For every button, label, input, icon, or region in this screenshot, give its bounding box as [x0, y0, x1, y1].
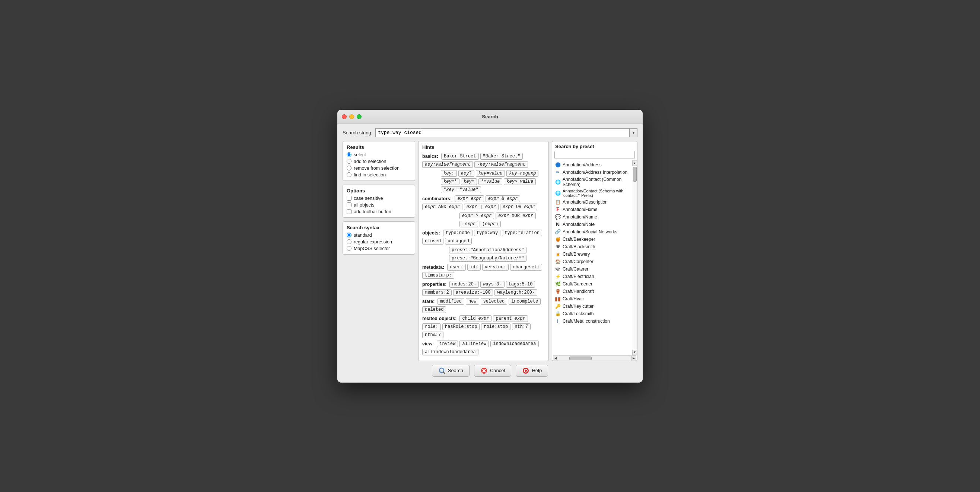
- chip-expr-or-expr[interactable]: expr OR expr: [500, 203, 537, 210]
- radio-remove-selection[interactable]: remove from selection: [347, 166, 411, 171]
- chip-star-equals-value[interactable]: *=value: [479, 178, 502, 185]
- chip-paren-expr[interactable]: (expr): [480, 221, 501, 227]
- chip-baker-street-quoted[interactable]: "Baker Street": [480, 153, 523, 160]
- checkbox-case-sensitive[interactable]: case sensitive: [347, 196, 411, 201]
- preset-search-input[interactable]: [554, 151, 635, 159]
- preset-item-social[interactable]: 🔗 Annotation/Social Networks: [554, 228, 630, 236]
- preset-item-description[interactable]: 📋 Annotation/Description: [554, 198, 630, 206]
- chip-nth-pct-7[interactable]: nth%:7: [422, 332, 444, 338]
- chip-key-tilde-regexp[interactable]: key~regexp: [506, 170, 538, 177]
- chip-neg-key-value-fragment[interactable]: -key:valuefragment: [474, 161, 528, 168]
- preset-item-locksmith[interactable]: 🔒 Craft/Locksmith: [554, 310, 630, 317]
- chip-id[interactable]: id:: [467, 264, 481, 271]
- preset-item-blacksmith[interactable]: ⚒ Craft/Blacksmith: [554, 243, 630, 251]
- chip-nodes[interactable]: nodes:20-: [449, 281, 479, 288]
- chip-expr-and-expr[interactable]: expr AND expr: [422, 203, 463, 210]
- chip-expr-amp-expr[interactable]: expr & expr: [485, 195, 520, 202]
- chip-role[interactable]: role:: [422, 324, 441, 330]
- search-button[interactable]: Search: [432, 365, 469, 377]
- chip-closed[interactable]: closed: [422, 238, 444, 244]
- checkbox-toolbar[interactable]: add toolbar button: [347, 209, 411, 214]
- chip-expr-pipe-expr[interactable]: expr | expr: [464, 203, 499, 210]
- chip-neg-expr[interactable]: -expr: [460, 221, 478, 227]
- chip-expr-xor-expr[interactable]: expr XOR expr: [496, 213, 536, 219]
- chip-indownloadedarea[interactable]: indownloadedarea: [490, 341, 538, 347]
- preset-item-fixme[interactable]: F Annotation/Fixme: [554, 206, 630, 213]
- maximize-button[interactable]: [357, 114, 361, 119]
- chip-type-relation[interactable]: type:relation: [502, 230, 542, 236]
- preset-item-note[interactable]: N Annotation/Note: [554, 221, 630, 228]
- radio-mapcss[interactable]: MapCSS selector: [347, 246, 411, 251]
- search-dropdown-button[interactable]: ▾: [629, 129, 638, 137]
- cancel-button[interactable]: Cancel: [474, 365, 511, 377]
- chip-deleted[interactable]: deleted: [422, 306, 446, 313]
- chip-key-value-fragment[interactable]: key:valuefragment: [422, 161, 473, 168]
- scroll-down-arrow[interactable]: ▼: [632, 350, 637, 355]
- chip-tags[interactable]: tags:5-10: [506, 281, 535, 288]
- chip-role-stop[interactable]: role:stop: [481, 324, 511, 330]
- minimize-button[interactable]: [349, 114, 354, 119]
- chip-modified[interactable]: modified: [438, 298, 464, 305]
- preset-item-name[interactable]: 💬 Annotation/Name: [554, 213, 630, 221]
- chip-members[interactable]: members:2: [422, 289, 452, 296]
- chip-key-equals[interactable]: key=: [461, 178, 477, 185]
- chip-user[interactable]: user:: [447, 264, 466, 271]
- preset-item-beekeeper[interactable]: 🍯 Craft/Beekeeper: [554, 236, 630, 243]
- chip-changeset[interactable]: changeset:: [510, 264, 542, 271]
- hscroll-thumb[interactable]: [569, 357, 592, 360]
- chip-nth-7[interactable]: nth:7: [512, 324, 531, 330]
- chip-expr-expr[interactable]: expr expr: [455, 195, 484, 202]
- preset-item-address-interpolation[interactable]: ✏ Annotation/Address Interpolation: [554, 168, 630, 176]
- preset-item-brewery[interactable]: 🍺 Craft/Brewery: [554, 251, 630, 258]
- preset-item-electrician[interactable]: ⚡ Craft/Electrician: [554, 273, 630, 280]
- radio-add-selection[interactable]: add to selection: [347, 159, 411, 164]
- search-input[interactable]: [375, 129, 629, 137]
- chip-areasize[interactable]: areasize:-100: [453, 289, 493, 296]
- chip-preset-geography[interactable]: preset:"Geography/Nature/*": [449, 255, 527, 262]
- preset-item-handicraft[interactable]: 🏺 Craft/Handicraft: [554, 288, 630, 295]
- chip-ways[interactable]: ways:3-: [480, 281, 504, 288]
- chip-untagged[interactable]: untagged: [445, 238, 472, 244]
- preset-item-metal[interactable]: I Craft/Metal construction: [554, 317, 630, 325]
- scroll-up-arrow[interactable]: ▲: [632, 161, 637, 166]
- preset-item-keycutter[interactable]: 🔑 Craft/Key cutter: [554, 303, 630, 310]
- chip-selected[interactable]: selected: [481, 298, 508, 305]
- chip-preset-address[interactable]: preset:"Annotation/Address": [449, 247, 527, 254]
- chip-expr-caret-expr[interactable]: expr ^ expr: [460, 213, 494, 219]
- scroll-thumb[interactable]: [633, 167, 637, 182]
- chip-key-gt-value[interactable]: key> value: [504, 178, 536, 185]
- chip-key-equals-value[interactable]: key=value: [476, 170, 505, 177]
- chip-key-question[interactable]: key?: [458, 170, 474, 177]
- radio-standard[interactable]: standard: [347, 233, 411, 238]
- checkbox-all-objects[interactable]: all objects: [347, 202, 411, 208]
- close-button[interactable]: [342, 114, 347, 119]
- chip-type-node[interactable]: type:node: [443, 230, 473, 236]
- radio-regexp[interactable]: regular expression: [347, 239, 411, 244]
- chip-incomplete[interactable]: incomplete: [509, 298, 541, 305]
- preset-item-hvac[interactable]: ▮▮ Craft/Hvac: [554, 295, 630, 303]
- chip-allindownloadedarea[interactable]: allindownloadedarea: [422, 349, 479, 356]
- chip-waylength[interactable]: waylength:200-: [495, 289, 537, 296]
- chip-hasrole-stop[interactable]: hasRole:stop: [442, 324, 480, 330]
- preset-item-annotation-address[interactable]: 🔵 Annotation/Address: [554, 161, 630, 168]
- preset-item-contact-common[interactable]: 🌐 Annotation/Contact (Common Schema): [554, 176, 630, 188]
- chip-parent-expr[interactable]: parent expr: [493, 315, 528, 322]
- chip-new[interactable]: new: [466, 298, 479, 305]
- chip-timestamp[interactable]: timestamp:: [422, 272, 454, 279]
- preset-item-gardener[interactable]: 🌿 Craft/Gardener: [554, 280, 630, 288]
- chip-key-colon[interactable]: key:: [441, 170, 457, 177]
- radio-select[interactable]: select: [347, 152, 411, 157]
- chip-inview[interactable]: inview: [437, 341, 458, 347]
- chip-child-expr[interactable]: child expr: [460, 315, 492, 322]
- preset-item-carpenter[interactable]: 🏠 Craft/Carpenter: [554, 258, 630, 265]
- chip-version[interactable]: version:: [482, 264, 509, 271]
- chip-key-equals-star[interactable]: key=*: [441, 178, 460, 185]
- preset-item-caterer[interactable]: 🍽 Craft/Caterer: [554, 265, 630, 273]
- hscroll-right-arrow[interactable]: ▶: [631, 356, 636, 361]
- chip-key-quoted-equals[interactable]: "key"="value": [441, 186, 481, 193]
- radio-find-selection[interactable]: find in selection: [347, 172, 411, 178]
- chip-type-way[interactable]: type:way: [474, 230, 501, 236]
- hscroll-left-arrow[interactable]: ◀: [553, 356, 558, 361]
- preset-item-contact-prefix[interactable]: 🌐 Annotation/Contact (Schema with 'conta…: [554, 188, 630, 198]
- help-button[interactable]: Help: [516, 365, 548, 377]
